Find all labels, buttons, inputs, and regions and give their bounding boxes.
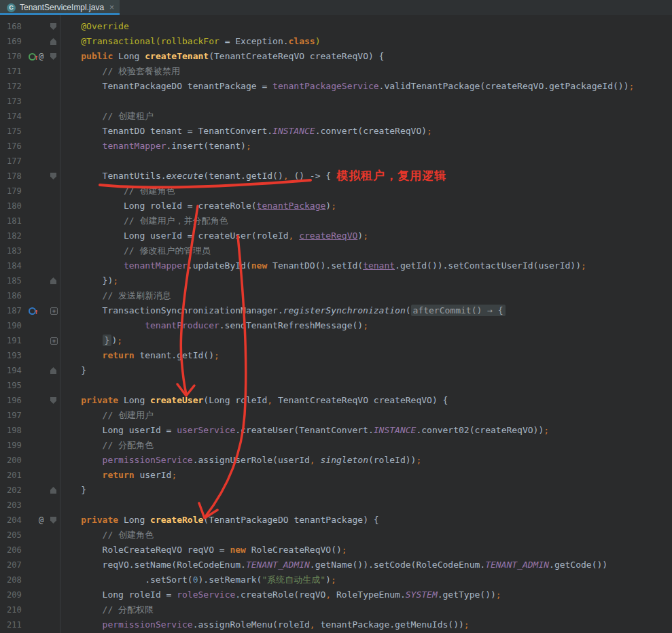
code-text[interactable]: return userId; (60, 468, 177, 483)
line-number[interactable]: 195 (0, 378, 26, 393)
line-number[interactable]: 176 (0, 139, 26, 154)
code-text[interactable]: tenantMapper.updateById(new TenantDO().s… (60, 258, 586, 273)
editor-tab-bar: C TenantServiceImpl.java × (0, 0, 672, 15)
tab-close-icon[interactable]: × (109, 3, 114, 12)
line-number[interactable]: 203 (0, 498, 26, 513)
line-number[interactable]: 204 (0, 513, 26, 528)
code-text[interactable]: // 修改租户的管理员 (60, 243, 210, 258)
code-text[interactable]: TenantDO tenant = TenantConvert.INSTANCE… (60, 124, 432, 139)
line-number[interactable]: 175 (0, 124, 26, 139)
line-number[interactable]: 193 (0, 348, 26, 363)
code-text[interactable]: TransactionSynchronizationManager.regist… (60, 303, 506, 318)
line-number[interactable]: 191 (0, 333, 26, 348)
line-number[interactable]: 180 (0, 199, 26, 213)
code-text[interactable]: TenantUtils.execute(tenant.getId(), () -… (60, 169, 446, 184)
code-text[interactable]: // 分配角色 (60, 438, 154, 453)
line-number[interactable]: 173 (0, 94, 26, 109)
line-number[interactable]: 197 (0, 408, 26, 423)
line-number[interactable]: 172 (0, 79, 26, 94)
code-text[interactable]: RoleCreateReqVO reqVO = new RoleCreateRe… (60, 543, 347, 558)
code-line: 185}); (0, 273, 672, 288)
line-number[interactable]: 205 (0, 528, 26, 543)
code-text[interactable]: // 分配权限 (60, 602, 154, 617)
code-text[interactable]: private Long createRole(TenantPackageDO … (60, 513, 379, 528)
line-number[interactable]: 182 (0, 228, 26, 243)
fold-marker-icon[interactable] (50, 367, 56, 374)
line-number[interactable]: 196 (0, 393, 26, 408)
code-text[interactable]: tenantProducer.sendTenantRefreshMessage(… (60, 318, 368, 333)
code-text[interactable]: Long userId = userService.createUser(Ten… (60, 423, 549, 438)
code-text[interactable]: Long roleId = roleService.createRole(req… (60, 587, 501, 602)
code-token: .setSort( (145, 575, 192, 585)
code-text[interactable]: reqVO.setName(RoleCodeEnum.TENANT_ADMIN.… (60, 558, 607, 572)
fold-marker-icon[interactable] (50, 397, 56, 404)
line-number[interactable]: 209 (0, 587, 26, 602)
line-number[interactable]: 171 (0, 64, 26, 79)
line-number[interactable]: 186 (0, 288, 26, 303)
fold-marker-icon[interactable] (50, 38, 56, 45)
code-text[interactable]: // 创建角色 (60, 184, 175, 199)
code-text[interactable]: return tenant.getId(); (60, 348, 219, 363)
annotation-gutter-icon[interactable]: @ (39, 513, 43, 528)
fold-marker-icon[interactable] (50, 23, 56, 30)
fold-marker-icon[interactable] (50, 517, 56, 524)
code-text[interactable]: // 创建用户，并分配角色 (60, 213, 228, 228)
line-number[interactable]: 199 (0, 438, 26, 453)
code-text[interactable]: // 创建用户 (60, 408, 154, 423)
fold-marker-icon[interactable]: + (50, 337, 58, 345)
code-text[interactable]: public Long createTenant(TenantCreateReq… (60, 49, 384, 64)
code-text[interactable]: tenantMapper.insert(tenant); (60, 139, 251, 154)
line-number[interactable]: 198 (0, 423, 26, 438)
line-number[interactable]: 177 (0, 154, 26, 169)
code-text[interactable]: // 创建租户 (60, 109, 154, 124)
code-text[interactable]: .setSort(0).setRemark("系统自动生成"); (60, 572, 336, 587)
line-number[interactable]: 211 (0, 617, 26, 632)
line-number[interactable]: 185 (0, 273, 26, 288)
annotation-gutter-icon[interactable]: @ (39, 49, 43, 64)
line-number[interactable]: 208 (0, 572, 26, 587)
line-number[interactable]: 170 (0, 49, 26, 64)
code-text[interactable]: @Transactional(rollbackFor = Exception.c… (60, 34, 321, 49)
line-number[interactable]: 190 (0, 318, 26, 333)
fold-marker-icon[interactable] (50, 173, 56, 179)
line-number[interactable]: 187 (0, 303, 26, 318)
code-text[interactable]: private Long createUser(Long roleId, Ten… (60, 393, 448, 408)
line-number[interactable]: 181 (0, 213, 26, 228)
line-number[interactable]: 178 (0, 169, 26, 184)
code-editor[interactable]: 168@Override169@Transactional(rollbackFo… (0, 15, 672, 633)
line-number[interactable]: 202 (0, 483, 26, 498)
code-token: return (103, 350, 140, 360)
code-text[interactable]: }); (60, 273, 118, 288)
code-text[interactable]: Long roleId = createRole(tenantPackage); (60, 199, 336, 213)
line-number[interactable]: 174 (0, 109, 26, 124)
line-number[interactable]: 183 (0, 243, 26, 258)
line-number[interactable]: 200 (0, 453, 26, 468)
code-text[interactable]: @Override (60, 19, 129, 34)
code-text[interactable]: } (60, 363, 86, 378)
override-up-arrow-icon[interactable]: ↑ (34, 50, 39, 65)
line-number[interactable]: 206 (0, 543, 26, 558)
code-text[interactable]: permissionService.assignUserRole(userId,… (60, 453, 421, 468)
override-up-arrow-icon[interactable]: ↑ (34, 305, 39, 320)
fold-marker-icon[interactable] (50, 487, 56, 494)
line-number[interactable]: 169 (0, 34, 26, 49)
fold-marker-icon[interactable] (50, 277, 56, 284)
line-number[interactable]: 184 (0, 258, 26, 273)
code-text[interactable]: // 发送刷新消息 (60, 288, 171, 303)
line-number[interactable]: 168 (0, 19, 26, 34)
line-number[interactable]: 194 (0, 363, 26, 378)
editor-tab[interactable]: C TenantServiceImpl.java × (0, 0, 120, 15)
fold-marker-icon[interactable]: + (50, 307, 58, 315)
code-text[interactable]: }); (60, 333, 122, 348)
line-number[interactable]: 207 (0, 558, 26, 572)
line-number[interactable]: 201 (0, 468, 26, 483)
code-text[interactable]: // 校验套餐被禁用 (60, 64, 180, 79)
code-text[interactable]: } (60, 483, 86, 498)
line-number[interactable]: 179 (0, 184, 26, 199)
code-text[interactable]: TenantPackageDO tenantPackage = tenantPa… (60, 79, 634, 94)
code-text[interactable]: Long userId = createUser(roleId, createR… (60, 228, 368, 243)
fold-marker-icon[interactable] (50, 53, 56, 60)
line-number[interactable]: 210 (0, 602, 26, 617)
code-text[interactable]: permissionService.assignRoleMenu(roleId,… (60, 617, 470, 632)
code-text[interactable]: // 创建角色 (60, 528, 154, 543)
